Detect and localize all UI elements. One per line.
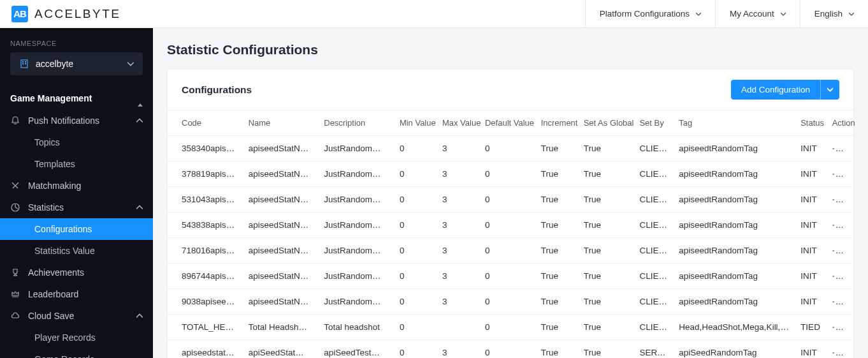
sidebar-item-label: Matchmaking [28,181,81,191]
th-action[interactable]: Action [827,110,853,136]
sidebar-item-statistics[interactable]: Statistics [0,197,153,218]
cell-default: 0 [480,213,536,238]
cell-tag: apiseedtRandomTag [674,238,795,264]
cell-code: 378819apise… [168,161,243,187]
cell-max: 3 [437,264,480,289]
table-row[interactable]: 531043apise…apiseedStatN…JustRandom…030T… [168,187,853,213]
cell-default: 0 [480,264,536,289]
sidebar-sub-templates[interactable]: Templates [0,153,153,175]
sidebar-item-matchmaking[interactable]: Matchmaking [0,175,153,197]
more-actions-icon[interactable]: ··· [832,246,844,255]
cell-max: 3 [437,340,480,359]
sidebar-item-label: Statistics [28,202,64,213]
cell-code: 718016apise… [168,238,243,264]
cell-increment: True [536,264,579,289]
th-code[interactable]: Code [168,110,243,136]
cell-min: 0 [394,264,437,289]
table-row[interactable]: 378819apise…apiseedStatN…JustRandom…030T… [168,161,853,187]
th-name[interactable]: Name [243,110,319,136]
topnav-platform-configs[interactable]: Platform Configurations [585,0,715,27]
sidebar-sub-statistics-value[interactable]: Statistics Value [0,240,153,262]
cell-description: JustRandom… [319,264,394,289]
crown-icon [10,289,20,299]
sidebar-section-game-management[interactable]: Game Management [0,87,153,110]
cell-setby: CLIENT [634,238,674,264]
cell-code: 9038apiseed… [168,289,243,315]
brand-logo[interactable]: AB ACCELBYTE [11,6,120,22]
chevron-down-icon [781,11,786,17]
cell-setby: CLIENT [634,315,674,340]
topnav-language[interactable]: English [800,0,868,27]
cell-tag: apiseedtRandomTag [674,161,795,187]
more-actions-icon[interactable]: ··· [832,271,844,281]
cell-name: apiseedStatN… [243,289,319,315]
sidebar-sub-game-records[interactable]: Game Records [0,348,153,358]
th-max[interactable]: Max Value [437,110,480,136]
cell-action: ··· [827,161,853,187]
namespace-selector[interactable]: accelbyte [10,52,143,75]
table-row[interactable]: apiseedstatc…apiSeedStat…apiSeedTest…030… [168,340,853,359]
more-actions-icon[interactable]: ··· [832,220,844,230]
th-description[interactable]: Description [319,110,394,136]
swords-icon [10,181,20,191]
th-increment[interactable]: Increment [536,110,579,136]
cell-name: apiseedStatN… [243,238,319,264]
cell-max: 3 [437,213,480,238]
more-actions-icon[interactable]: ··· [832,195,844,204]
more-actions-icon[interactable]: ··· [832,169,844,179]
configurations-card: Configurations Add Configuration [167,69,854,358]
cell-min: 0 [394,136,437,161]
th-default[interactable]: Default Value [480,110,536,136]
cell-description: apiSeedTest… [319,340,394,359]
cell-setby: CLIENT [634,289,674,315]
trophy-icon [10,267,20,278]
cell-name: apiseedStatN… [243,187,319,213]
th-setby[interactable]: Set By [634,110,674,136]
table-row[interactable]: TOTAL_HEA…Total Headsh…Total headshot00T… [168,315,853,340]
cell-max [437,315,480,340]
th-tag[interactable]: Tag [674,110,795,136]
topnav-my-account[interactable]: My Account [715,0,800,27]
stats-icon [10,202,20,213]
sidebar-item-push-notifications[interactable]: Push Notifications [0,110,153,131]
cell-description: JustRandom… [319,213,394,238]
cell-max: 3 [437,136,480,161]
cell-status: INIT [795,238,827,264]
sidebar-item-achievements[interactable]: Achievements [0,262,153,283]
th-status[interactable]: Status [795,110,827,136]
cell-status: INIT [795,264,827,289]
table-row[interactable]: 896744apise…apiseedStatN…JustRandom…030T… [168,264,853,289]
cell-status: INIT [795,289,827,315]
more-actions-icon[interactable]: ··· [832,144,844,153]
cell-code: 358340apise… [168,136,243,161]
namespace-value: accelbyte [36,59,73,69]
cell-default: 0 [480,289,536,315]
cell-status: INIT [795,340,827,359]
more-actions-icon[interactable]: ··· [832,297,844,306]
sidebar-item-leaderboard[interactable]: Leaderboard [0,283,153,305]
cell-code: 896744apise… [168,264,243,289]
table-row[interactable]: 543838apise…apiseedStatN…JustRandom…030T… [168,213,853,238]
table-row[interactable]: 9038apiseed…apiseedStatN…JustRandom…030T… [168,289,853,315]
add-configuration-button[interactable]: Add Configuration [731,80,820,100]
table-row[interactable]: 358340apise…apiseedStatN…JustRandom…030T… [168,136,853,161]
cell-increment: True [536,340,579,359]
th-min[interactable]: Min Value [394,110,437,136]
sidebar-sub-topics[interactable]: Topics [0,131,153,153]
table-row[interactable]: 718016apise…apiseedStatN…JustRandom…030T… [168,238,853,264]
cell-description: JustRandom… [319,289,394,315]
cell-increment: True [536,289,579,315]
more-actions-icon[interactable]: ··· [832,322,844,332]
sidebar-sub-player-records[interactable]: Player Records [0,327,153,348]
add-configuration-dropdown[interactable] [820,80,839,100]
namespace-label: NAMESPACE [0,40,153,52]
cell-global: True [579,315,635,340]
cell-global: True [579,264,635,289]
th-global[interactable]: Set As Global [579,110,635,136]
sidebar-item-cloud-save[interactable]: Cloud Save [0,305,153,327]
more-actions-icon[interactable]: ··· [832,348,844,357]
cell-max: 3 [437,187,480,213]
sidebar-sub-configurations[interactable]: Configurations [0,218,153,240]
topbar: AB ACCELBYTE Platform Configurations My … [0,0,868,28]
cell-action: ··· [827,213,853,238]
